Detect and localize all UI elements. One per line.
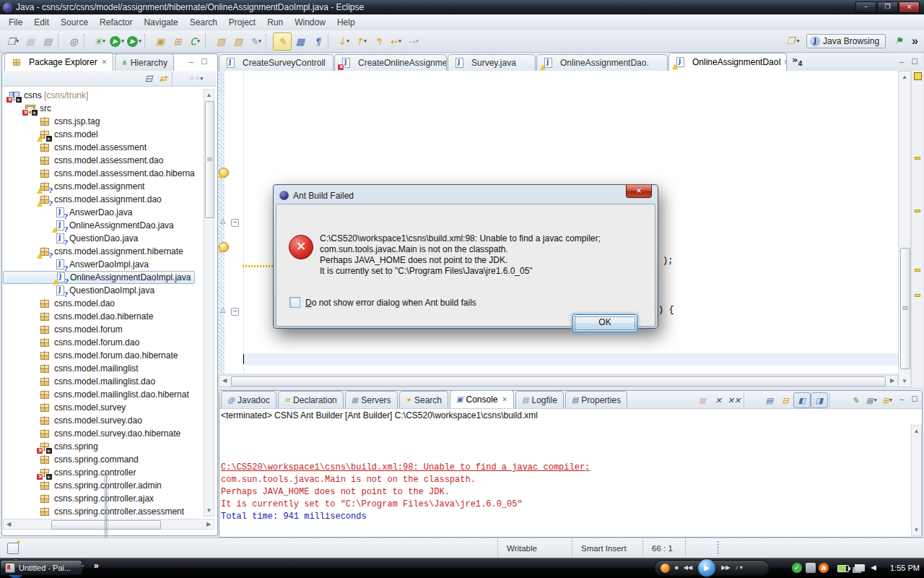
tree-item[interactable]: csns.model.survey (3, 401, 129, 414)
open-type-button[interactable]: ▨ (212, 33, 230, 50)
editor-tab[interactable]: CreateOnlineAssignme (334, 54, 447, 71)
console-view-tab[interactable]: ▣ Console ✕ (450, 390, 514, 408)
title-bar[interactable]: Java - csns/src/csns/model/assignment/hi… (0, 0, 924, 14)
tree-item[interactable]: csns.model.assessment.dao.hiberna (3, 167, 199, 180)
new-package-button[interactable]: ⊞ (169, 33, 186, 50)
next-annotation-button[interactable]: ↓ ▾ (335, 33, 352, 50)
clear-console-button[interactable]: ▤ (762, 393, 777, 407)
tree-item[interactable]: src (3, 102, 55, 115)
tree-item[interactable]: csns.model.mailinglist (3, 362, 142, 375)
maximize-view-icon[interactable]: ☐ (199, 58, 209, 66)
tree-item[interactable]: csns.model.survey.dao.hibernate (3, 427, 184, 440)
tray-a-icon[interactable]: a (819, 563, 829, 573)
display-console-button[interactable]: ▦ ▾ (863, 393, 879, 407)
close-view-icon[interactable]: ✕ (502, 396, 508, 403)
menu-item[interactable]: Search (184, 16, 223, 29)
suppress-dialog-checkbox[interactable]: Do not show error dialog when Ant build … (289, 297, 476, 308)
warning-mark[interactable] (915, 269, 920, 272)
open-resource-button[interactable]: ▧ (230, 33, 247, 50)
run-last-tool-button[interactable]: ▶ ▾ (126, 33, 143, 50)
tree-item[interactable]: csns.model.mailinglist.dao (3, 375, 159, 388)
console-view-tab[interactable]: ▤ Properties (565, 391, 627, 408)
toolbar-button[interactable] (58, 34, 64, 48)
tree-item[interactable]: csns.model.forum.dao.hibernate (3, 349, 181, 362)
tray-volume-icon[interactable] (871, 565, 876, 571)
warning-mark[interactable] (915, 157, 920, 160)
last-edit-location-button[interactable]: ↰ (370, 33, 387, 50)
dropdown-arrow-icon[interactable]: ▾ (346, 38, 349, 44)
tree-item[interactable]: csns.spring.controller.admin (3, 479, 165, 492)
menu-item[interactable]: Refactor (94, 16, 138, 29)
previous-button[interactable]: ◀◀ (684, 565, 692, 571)
dropdown-arrow-icon[interactable]: ▾ (103, 38, 105, 44)
view-toolbar-button[interactable] (172, 72, 187, 85)
tree-item[interactable]: AnswerDaoImpl.java (3, 258, 152, 271)
package-explorer-vscrollbar[interactable]: ▲ ▼ (204, 89, 214, 517)
tree-item[interactable]: csns.model.mailinglist.dao.hibernat (3, 388, 193, 401)
tree-item[interactable]: csns.model.assessment (3, 141, 150, 154)
tree-item[interactable]: csns.spring.controller.ajax (3, 492, 157, 505)
tree-item[interactable]: csns.model.forum.dao (3, 336, 143, 349)
perspective-other-button[interactable]: ⚑ (890, 33, 907, 49)
terminate-button[interactable]: ■ (694, 393, 710, 407)
editor-hscrollbar[interactable]: ◀ ▶ (219, 375, 898, 387)
scroll-lock-button[interactable]: ⊟ (777, 393, 793, 407)
warning-mark[interactable] (915, 210, 920, 212)
toolbar-button[interactable] (266, 34, 271, 48)
tray-antivirus-icon[interactable]: ✓ (792, 563, 802, 573)
more-editor-tabs-chevron[interactable]: »4 (792, 56, 803, 68)
next-button[interactable]: ▶▶ (721, 565, 730, 571)
tree-item[interactable]: AnswerDao.java (3, 206, 136, 219)
minimize-view-icon[interactable]: – (186, 58, 196, 66)
dropdown-arrow-icon[interactable]: ▾ (139, 38, 141, 44)
tree-item[interactable]: OnlineAssignmentDaoImpl.java (3, 271, 195, 284)
console-vscrollbar[interactable]: ▲ ▼ (911, 425, 922, 536)
remove-all-launches-button[interactable]: ✕✕ (726, 393, 742, 407)
play-button[interactable]: ▶ (697, 558, 716, 577)
fast-view-icon[interactable] (7, 543, 19, 554)
maximize-button[interactable]: ❐ (877, 1, 898, 13)
dropdown-arrow-icon[interactable]: ▾ (121, 38, 124, 44)
editor-tab[interactable]: CreateSurveyControll (219, 54, 334, 71)
forward-button[interactable]: → ▾ (404, 33, 422, 50)
dropdown-arrow-icon[interactable]: ▾ (258, 38, 261, 44)
editor-vscrollbar[interactable]: ▲ ▼ (898, 71, 911, 387)
ok-button[interactable]: OK (572, 314, 637, 332)
menu-item[interactable]: Source (55, 16, 94, 29)
overview-ruler-header[interactable] (914, 72, 922, 80)
collapse-all-button[interactable]: ⊟ (141, 72, 156, 85)
editor-tab[interactable]: Survey.java (448, 54, 536, 71)
tree-item[interactable]: csns.model.dao (3, 297, 118, 310)
tree-item[interactable]: csns.model.dao.hibernate (3, 310, 157, 323)
tab-package-explorer[interactable]: Package Explorer ✕ (4, 53, 113, 71)
menu-item[interactable]: Help (331, 16, 361, 29)
maximize-editor-icon[interactable]: ☐ (910, 58, 920, 66)
tree-item[interactable]: OnlineAssignmentDao.java (3, 219, 178, 232)
dropdown-arrow-icon[interactable]: ▾ (398, 38, 401, 44)
debug-button[interactable]: ✳ ▾ (91, 33, 108, 50)
minimize-console-icon[interactable]: – (897, 395, 907, 404)
external-tools-button[interactable]: ◎ (65, 33, 82, 50)
menu-item[interactable]: File (3, 16, 28, 29)
console-toolbar-button[interactable] (829, 393, 846, 407)
link-with-editor-button[interactable]: ⇄ (156, 72, 170, 85)
show-stderr-toggle[interactable]: ◨ (811, 392, 828, 408)
warning-mark[interactable] (915, 294, 920, 297)
console-view-tab[interactable]: ≡ Declaration (278, 391, 344, 408)
tray-battery-icon[interactable] (837, 565, 849, 572)
tree-item[interactable]: csns.model (3, 128, 102, 141)
dropdown-arrow-icon[interactable]: ▾ (889, 397, 892, 403)
menu-item[interactable]: Window (289, 16, 331, 29)
perspective-java-browsing[interactable]: J Java Browsing (806, 34, 886, 48)
tree-item[interactable]: csns.spring.controller.assessment (3, 505, 188, 517)
view-menu-button[interactable]: ◦◦ ▾ (188, 72, 203, 85)
toolbar-button[interactable] (84, 34, 90, 48)
console-view-tab[interactable]: ▦ Servers (345, 391, 398, 408)
run-button[interactable]: ▶ ▾ (108, 33, 126, 50)
tree-item[interactable]: csns.model.assignment.dao (3, 193, 165, 206)
new-wizard-button[interactable]: ❐ ▾ (4, 33, 22, 50)
tree-item[interactable]: csns.model.assignment (3, 180, 148, 193)
tree-item[interactable]: csns.spring.controller (3, 466, 139, 479)
toolbar-button[interactable] (205, 34, 211, 48)
show-view-table-button[interactable]: ▦ (292, 33, 309, 50)
